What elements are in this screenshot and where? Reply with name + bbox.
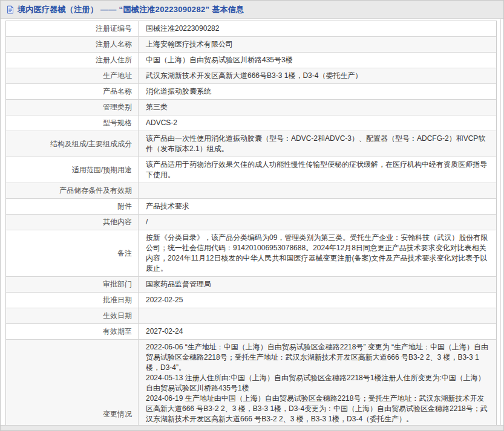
table-row-remarks: 备注 按新《分类目录》，该产品分类编码为09，管理类别为第三类。受托生产企业：安…: [6, 230, 496, 277]
row-label: 生产地址: [6, 68, 139, 83]
document-icon: [6, 5, 15, 14]
table-row-approval-department: 审批部门 国家药品监督管理局: [6, 277, 496, 293]
table-row-production-address: 生产地址 武汉东湖新技术开发区高新大道666号B3-3 1楼，D3-4（委托生产…: [6, 68, 496, 84]
row-value: 该产品适用于药物治疗效果欠佳的成人功能性慢性传输型便秘的症状缓解，在医疗机构中经…: [139, 157, 496, 183]
table-row-attachment: 附件 产品技术要求: [6, 199, 496, 215]
remarks-text: 按新《分类目录》，该产品分类编码为09，管理类别为第三类。受托生产企业：安翰科技…: [146, 233, 490, 274]
row-label: 有效期至: [6, 324, 139, 339]
row-value: 2027-02-24: [139, 324, 496, 339]
row-value: /: [139, 215, 496, 230]
title-prefix: 境内医疗器械（注册）: [18, 5, 98, 14]
row-value: 武汉东湖新技术开发区高新大道666号B3-3 1楼，D3-4（委托生产）: [139, 68, 496, 83]
page-right-edge: [500, 19, 501, 425]
row-label: 注册人名称: [6, 37, 139, 52]
page-bottom-band: [1, 425, 503, 430]
row-value: 国械注准20223090282: [139, 21, 496, 36]
table-row-effective-date: 生效日期: [6, 308, 496, 324]
row-value: 产品技术要求: [139, 199, 496, 214]
row-label: 产品储存条件及有效期: [6, 183, 139, 198]
table-row-storage-validity: 产品储存条件及有效期: [6, 183, 496, 199]
row-value: 2022-02-25: [139, 293, 496, 308]
title-suffix: 基本信息: [212, 5, 244, 14]
row-label: 结构及组成/主要组成成分: [6, 131, 139, 157]
table-row-model-spec: 型号规格 ADVCS-2: [6, 115, 496, 131]
table-row-change-history: 变更情况 2022-06-06 “生产地址：中国（上海）自由贸易试验区金穗路22…: [6, 340, 496, 431]
table-row-valid-until: 有效期至 2027-02-24: [6, 324, 496, 340]
row-label: 变更情况: [6, 340, 139, 431]
row-label: 适用范围/预期用途: [6, 157, 139, 183]
table-row-registrant-address: 注册人住所 中国（上海）自由贸易试验区川桥路435号3楼: [6, 53, 496, 68]
registration-info-table: 注册证编号 国械注准20223090282 注册人名称 上海安翰医疗技术有限公司…: [5, 21, 497, 431]
row-label: 批准日期: [6, 293, 139, 308]
table-row-product-name: 产品名称 消化道振动胶囊系统: [6, 84, 496, 100]
row-label: 型号规格: [6, 115, 139, 131]
row-value: 上海安翰医疗技术有限公司: [139, 37, 496, 52]
table-row-intended-use: 适用范围/预期用途 该产品适用于药物治疗效果欠佳的成人功能性慢性传输型便秘的症状…: [6, 157, 496, 183]
change-history-text: 2022-06-06 “生产地址：中国（上海）自由贸易试验区金穗路2218号” …: [146, 342, 490, 431]
row-value: 该产品由一次性使用消化道振动胶囊（型号：ADVC-2和ADVC-3）、配置器（型…: [139, 131, 496, 157]
registration-detail-page: 境内医疗器械（注册）——“国械注准20223090282”基本信息 注册证编号 …: [0, 0, 504, 431]
table-row-management-class: 管理类别 第三类: [6, 100, 496, 115]
table-row-composition: 结构及组成/主要组成成分 该产品由一次性使用消化道振动胶囊（型号：ADVC-2和…: [6, 131, 496, 157]
row-value: [139, 308, 496, 323]
row-label: 审批部门: [6, 277, 139, 292]
table-row-other-content: 其他内容 /: [6, 215, 496, 230]
row-label: 生效日期: [6, 308, 139, 323]
row-value: 第三类: [139, 100, 496, 115]
table-row-approval-date: 批准日期 2022-02-25: [6, 293, 496, 308]
page-header: 境内医疗器械（注册）——“国械注准20223090282”基本信息: [1, 1, 503, 19]
row-label: 管理类别: [6, 100, 139, 115]
row-value: 国家药品监督管理局: [139, 277, 496, 292]
row-value: 2022-06-06 “生产地址：中国（上海）自由贸易试验区金穗路2218号” …: [139, 340, 496, 431]
row-value: ADVCS-2: [139, 115, 496, 131]
row-value: 消化道振动胶囊系统: [139, 84, 496, 99]
row-label: 其他内容: [6, 215, 139, 230]
row-value: 按新《分类目录》，该产品分类编码为09，管理类别为第三类。受托生产企业：安翰科技…: [139, 230, 496, 276]
row-label: 备注: [6, 230, 139, 276]
title-cert-no: “国械注准20223090282”: [119, 5, 210, 14]
title-dash: ——: [100, 5, 117, 14]
table-row-registrant-name: 注册人名称 上海安翰医疗技术有限公司: [6, 37, 496, 53]
row-label: 附件: [6, 199, 139, 214]
row-label: 注册证编号: [6, 21, 139, 36]
row-label: 产品名称: [6, 84, 139, 99]
page-title: 境内医疗器械（注册）——“国械注准20223090282”基本信息: [18, 4, 246, 15]
row-label: 注册人住所: [6, 53, 139, 68]
table-row-cert-number: 注册证编号 国械注准20223090282: [6, 21, 496, 37]
row-value: [139, 183, 496, 198]
row-value: 中国（上海）自由贸易试验区川桥路435号3楼: [139, 53, 496, 68]
